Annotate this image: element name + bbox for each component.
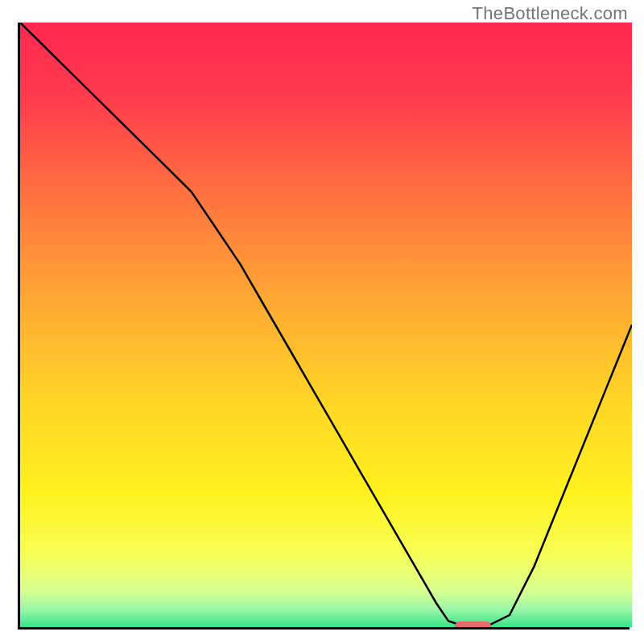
watermark-text: TheBottleneck.com <box>473 3 628 24</box>
optimal-marker <box>455 621 492 627</box>
plot-area <box>20 23 632 627</box>
axes-frame <box>18 23 630 630</box>
bottleneck-curve <box>20 23 632 627</box>
